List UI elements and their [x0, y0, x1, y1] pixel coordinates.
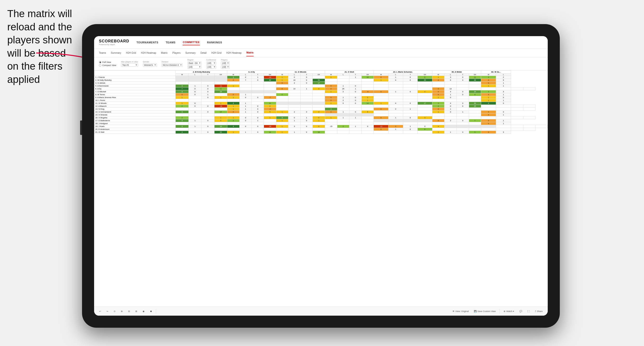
cell-17-4-0: 0: [388, 125, 403, 128]
full-view-option[interactable]: Full View: [99, 61, 116, 63]
players-select[interactable]: (All): [221, 61, 230, 65]
tool6-button[interactable]: ⊞: [134, 310, 139, 313]
cell-5-3-0: 1: [325, 90, 337, 93]
view-original-button[interactable]: 👁 View: Original: [451, 310, 470, 313]
cell-15-6-1: 1: [496, 119, 511, 122]
tool7-button[interactable]: ◉: [141, 310, 146, 313]
cell-16-3-0: [325, 122, 337, 125]
cell-7-2-2: [300, 96, 313, 99]
tool8-button[interactable]: ⏺: [148, 310, 154, 313]
cell-18-4-3: 8: [418, 128, 432, 131]
tab-summary[interactable]: Summary: [111, 50, 121, 56]
logo-title: SCOREBOARD: [99, 39, 129, 43]
cell-7-4-3: [418, 96, 432, 99]
cell-0-3-3: 10: [362, 76, 374, 79]
cell-7-1-3: -7: [264, 96, 276, 99]
conference-sub-select[interactable]: (All): [206, 65, 216, 69]
cell-3-2-1: [288, 85, 301, 87]
players-sub-select[interactable]: (All): [221, 65, 230, 69]
cell-15-0-2: 0: [202, 119, 214, 122]
tab-teams[interactable]: Teams: [99, 50, 106, 56]
full-view-radio[interactable]: [99, 61, 101, 63]
division-select[interactable]: NCAA Division II NCAA Division I: [162, 63, 183, 67]
nav-tournaments[interactable]: TOURNAMENTS: [136, 40, 158, 45]
tab-players[interactable]: Players: [172, 50, 180, 56]
cell-2-5-1: [444, 82, 457, 85]
cell-9-4-0: 1: [374, 102, 388, 105]
region-select[interactable]: East - DII (All): [188, 61, 202, 65]
cell-19-5-0: 1: [432, 131, 444, 134]
cell-15-2-3: 1: [313, 119, 325, 122]
tab-h2h-grid[interactable]: H2H Grid: [126, 50, 136, 56]
cell-2-2-0: 0: [276, 82, 288, 85]
cell-8-2-1: [288, 99, 301, 102]
cell-9-0-3: 1: [214, 102, 227, 105]
compact-view-option[interactable]: Compact View: [99, 64, 116, 66]
cell-4-5-1: 13: [444, 87, 457, 90]
save-custom-view-button[interactable]: 💾 Save Custom View: [472, 310, 497, 313]
cell-4-2-1: 14: [288, 87, 301, 90]
conference-select[interactable]: (All): [206, 61, 216, 65]
comment-button[interactable]: 💬: [518, 310, 524, 313]
nav-teams[interactable]: TEAMS: [166, 40, 176, 45]
row-header-8: 10. L Perini: [94, 99, 176, 102]
cell-14-4-2: 0: [403, 116, 418, 119]
view-options: Full View Compact View: [99, 61, 116, 66]
cell-4-1-2: [252, 87, 264, 90]
cell-6-6-0: 0: [481, 93, 496, 96]
tab-detail[interactable]: Detail: [200, 50, 207, 56]
cell-5-0-3: 18: [214, 90, 227, 93]
tab-matrix2[interactable]: Matrix: [246, 49, 253, 56]
gender-select[interactable]: Women's Men's: [143, 63, 157, 67]
cell-11-0-1: [188, 108, 201, 111]
tab-h2h-heatmap[interactable]: H2H Heatmap: [141, 50, 156, 56]
cell-8-3-1: 2: [337, 99, 350, 102]
cell-18-5-1: [444, 128, 457, 131]
cell-11-2-0: [276, 108, 288, 111]
cell-10-5-3: 25: [469, 105, 481, 108]
cell-11-1-1: 1: [239, 108, 252, 111]
cell-17-5-3: [481, 125, 496, 128]
tablet-side-button[interactable]: [80, 121, 82, 135]
tab-h2h-heatmap2[interactable]: H2H Heatmap: [226, 50, 242, 56]
cell-7-4-1: [388, 96, 403, 99]
cell-10-6-2: [511, 105, 523, 108]
cell-11-0-0: [176, 108, 188, 111]
cell-1-4-3: 35: [418, 79, 432, 82]
main-content[interactable]: 2. M Kelly Mulcahy 6. A Dy 11. G Woods 2…: [94, 70, 548, 307]
cell-14-3-0: 1: [325, 116, 337, 119]
cell-1-2-2: 0: [300, 79, 313, 82]
cell-2-0-2: [202, 82, 214, 85]
nav-committee[interactable]: COMMITTEE: [183, 39, 200, 45]
region-sub-select[interactable]: (All): [188, 65, 202, 69]
watch-button[interactable]: ⊕ Watch ▾: [502, 310, 516, 313]
cell-16-1-2: [252, 122, 264, 125]
tab-matrix[interactable]: Matrix: [161, 50, 168, 56]
nav-rankings[interactable]: RANKINGS: [207, 40, 222, 45]
fullscreen-button[interactable]: ⛶: [526, 310, 531, 313]
tool4-button[interactable]: ⊕: [120, 310, 124, 313]
tool5-button[interactable]: ⊟: [127, 310, 132, 313]
cell-10-0-0: 2: [176, 105, 188, 108]
tab-summary2[interactable]: Summary: [185, 50, 196, 56]
redo-button[interactable]: ↪: [105, 310, 110, 313]
undo-button[interactable]: ↩: [98, 310, 102, 313]
tab-h2h-grid2[interactable]: H2H Grid: [211, 50, 222, 56]
cell-7-3-0: 0: [325, 96, 337, 99]
cell-0-0-0: [176, 76, 188, 79]
cell-15-1-1: 0: [239, 119, 252, 122]
cell-1-2-0: 1: [276, 79, 288, 82]
compact-view-radio[interactable]: [99, 64, 101, 66]
cell-3-0-0: 3: [176, 85, 188, 87]
cell-17-3-0: 2: [337, 125, 350, 128]
max-players-select[interactable]: Top 25 Top 50 All: [121, 63, 138, 67]
cell-19-5-2: 0: [456, 131, 469, 134]
cell-5-1-3: [264, 90, 276, 93]
cell-11-3-2: [350, 108, 362, 111]
tool3-button[interactable]: ⊙: [112, 310, 117, 313]
cell-18-3-0: [325, 128, 337, 131]
cell-14-1-1: 0: [239, 116, 252, 119]
cell-18-0-0: [176, 128, 188, 131]
share-button[interactable]: ⤴ Share: [534, 310, 544, 313]
top-navigation: SCOREBOARD Powered by clippd TOURNAMENTS…: [94, 36, 548, 49]
